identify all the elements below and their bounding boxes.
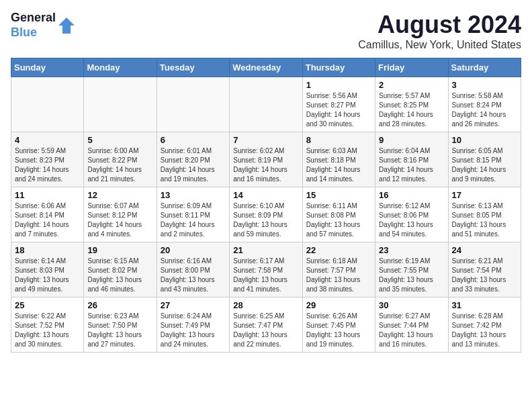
svg-marker-0: [58, 17, 75, 34]
day-info: Sunrise: 5:56 AM Sunset: 8:27 PM Dayligh…: [306, 91, 371, 129]
col-header-friday: Friday: [375, 58, 448, 77]
day-number: 2: [379, 80, 444, 90]
calendar-day: 2Sunrise: 5:57 AM Sunset: 8:25 PM Daylig…: [375, 77, 448, 132]
calendar-day: 6Sunrise: 6:01 AM Sunset: 8:20 PM Daylig…: [157, 132, 229, 187]
day-number: 18: [15, 245, 80, 255]
col-header-tuesday: Tuesday: [157, 58, 229, 77]
day-number: 20: [161, 245, 226, 255]
calendar-week-row: 25Sunrise: 6:22 AM Sunset: 7:52 PM Dayli…: [11, 298, 521, 353]
calendar-day: 21Sunrise: 6:17 AM Sunset: 7:58 PM Dayli…: [230, 242, 302, 298]
day-info: Sunrise: 6:10 AM Sunset: 8:09 PM Dayligh…: [233, 201, 298, 239]
calendar-day: 3Sunrise: 5:58 AM Sunset: 8:24 PM Daylig…: [448, 77, 521, 132]
day-number: 1: [306, 80, 371, 90]
calendar-week-row: 18Sunrise: 6:14 AM Sunset: 8:03 PM Dayli…: [11, 242, 521, 298]
day-info: Sunrise: 6:26 AM Sunset: 7:45 PM Dayligh…: [306, 312, 371, 349]
calendar-day: 16Sunrise: 6:12 AM Sunset: 8:06 PM Dayli…: [375, 187, 448, 242]
calendar-day: 18Sunrise: 6:14 AM Sunset: 8:03 PM Dayli…: [11, 242, 84, 298]
calendar-day: 13Sunrise: 6:09 AM Sunset: 8:11 PM Dayli…: [157, 187, 229, 242]
day-number: 16: [379, 190, 444, 200]
day-info: Sunrise: 6:07 AM Sunset: 8:12 PM Dayligh…: [87, 201, 152, 239]
day-number: 3: [452, 80, 517, 90]
calendar-week-row: 4Sunrise: 5:59 AM Sunset: 8:23 PM Daylig…: [11, 132, 521, 187]
day-info: Sunrise: 6:12 AM Sunset: 8:06 PM Dayligh…: [379, 201, 444, 239]
calendar-day: 14Sunrise: 6:10 AM Sunset: 8:09 PM Dayli…: [230, 187, 302, 242]
calendar-day: 7Sunrise: 6:02 AM Sunset: 8:19 PM Daylig…: [230, 132, 302, 187]
day-number: 28: [233, 300, 298, 310]
day-number: 9: [379, 135, 444, 145]
day-info: Sunrise: 6:11 AM Sunset: 8:08 PM Dayligh…: [306, 201, 371, 239]
calendar-day: 23Sunrise: 6:19 AM Sunset: 7:55 PM Dayli…: [375, 242, 448, 298]
logo-icon: [57, 16, 76, 35]
day-info: Sunrise: 6:09 AM Sunset: 8:11 PM Dayligh…: [161, 201, 226, 239]
calendar-day: 8Sunrise: 6:03 AM Sunset: 8:18 PM Daylig…: [302, 132, 375, 187]
day-info: Sunrise: 6:00 AM Sunset: 8:22 PM Dayligh…: [87, 146, 152, 184]
day-info: Sunrise: 6:04 AM Sunset: 8:16 PM Dayligh…: [379, 146, 444, 184]
day-number: 24: [452, 245, 517, 255]
day-info: Sunrise: 6:17 AM Sunset: 7:58 PM Dayligh…: [233, 257, 298, 294]
calendar-week-row: 11Sunrise: 6:06 AM Sunset: 8:14 PM Dayli…: [11, 187, 521, 242]
calendar-day: 12Sunrise: 6:07 AM Sunset: 8:12 PM Dayli…: [84, 187, 157, 242]
logo-text: GeneralBlue: [11, 11, 56, 40]
day-number: 5: [87, 135, 152, 145]
calendar-header-row: SundayMondayTuesdayWednesdayThursdayFrid…: [11, 58, 521, 77]
calendar-day: 30Sunrise: 6:27 AM Sunset: 7:44 PM Dayli…: [375, 298, 448, 353]
calendar-day: 10Sunrise: 6:05 AM Sunset: 8:15 PM Dayli…: [448, 132, 521, 187]
calendar-day: 9Sunrise: 6:04 AM Sunset: 8:16 PM Daylig…: [375, 132, 448, 187]
day-info: Sunrise: 6:22 AM Sunset: 7:52 PM Dayligh…: [15, 312, 80, 349]
calendar-day: 17Sunrise: 6:13 AM Sunset: 8:05 PM Dayli…: [448, 187, 521, 242]
day-number: 4: [15, 135, 80, 145]
calendar-day: 22Sunrise: 6:18 AM Sunset: 7:57 PM Dayli…: [302, 242, 375, 298]
calendar-day: 27Sunrise: 6:24 AM Sunset: 7:49 PM Dayli…: [157, 298, 229, 353]
calendar-day: 1Sunrise: 5:56 AM Sunset: 8:27 PM Daylig…: [302, 77, 375, 132]
day-number: 19: [87, 245, 152, 255]
calendar-day: 19Sunrise: 6:15 AM Sunset: 8:02 PM Dayli…: [84, 242, 157, 298]
day-info: Sunrise: 6:01 AM Sunset: 8:20 PM Dayligh…: [161, 146, 226, 184]
month-year: August 2024: [358, 11, 521, 39]
day-number: 21: [233, 245, 298, 255]
day-info: Sunrise: 6:23 AM Sunset: 7:50 PM Dayligh…: [87, 312, 152, 349]
day-number: 14: [233, 190, 298, 200]
day-number: 29: [306, 300, 371, 310]
day-info: Sunrise: 6:21 AM Sunset: 7:54 PM Dayligh…: [452, 257, 517, 294]
calendar-day: [230, 77, 302, 132]
page-header: GeneralBlue August 2024 Camillus, New Yo…: [11, 11, 521, 51]
day-info: Sunrise: 6:06 AM Sunset: 8:14 PM Dayligh…: [15, 201, 80, 239]
day-number: 6: [161, 135, 226, 145]
calendar-day: 11Sunrise: 6:06 AM Sunset: 8:14 PM Dayli…: [11, 187, 84, 242]
day-number: 10: [452, 135, 517, 145]
day-info: Sunrise: 6:13 AM Sunset: 8:05 PM Dayligh…: [452, 201, 517, 239]
day-number: 11: [15, 190, 80, 200]
day-number: 13: [161, 190, 226, 200]
day-info: Sunrise: 5:57 AM Sunset: 8:25 PM Dayligh…: [379, 91, 444, 129]
calendar-day: 26Sunrise: 6:23 AM Sunset: 7:50 PM Dayli…: [84, 298, 157, 353]
day-number: 30: [379, 300, 444, 310]
calendar-week-row: 1Sunrise: 5:56 AM Sunset: 8:27 PM Daylig…: [11, 77, 521, 132]
col-header-sunday: Sunday: [11, 58, 84, 77]
col-header-monday: Monday: [84, 58, 157, 77]
day-info: Sunrise: 6:16 AM Sunset: 8:00 PM Dayligh…: [161, 257, 226, 294]
day-info: Sunrise: 6:24 AM Sunset: 7:49 PM Dayligh…: [161, 312, 226, 349]
day-number: 12: [87, 190, 152, 200]
day-info: Sunrise: 5:59 AM Sunset: 8:23 PM Dayligh…: [15, 146, 80, 184]
calendar-day: [84, 77, 157, 132]
calendar-day: 5Sunrise: 6:00 AM Sunset: 8:22 PM Daylig…: [84, 132, 157, 187]
day-info: Sunrise: 6:19 AM Sunset: 7:55 PM Dayligh…: [379, 257, 444, 294]
calendar-table: SundayMondayTuesdayWednesdayThursdayFrid…: [11, 58, 521, 353]
day-number: 26: [87, 300, 152, 310]
day-info: Sunrise: 6:27 AM Sunset: 7:44 PM Dayligh…: [379, 312, 444, 349]
calendar-day: 31Sunrise: 6:28 AM Sunset: 7:42 PM Dayli…: [448, 298, 521, 353]
day-number: 27: [161, 300, 226, 310]
title-area: August 2024 Camillus, New York, United S…: [358, 11, 521, 51]
calendar-day: 29Sunrise: 6:26 AM Sunset: 7:45 PM Dayli…: [302, 298, 375, 353]
day-number: 17: [452, 190, 517, 200]
day-number: 15: [306, 190, 371, 200]
calendar-day: [157, 77, 229, 132]
location: Camillus, New York, United States: [358, 39, 521, 51]
calendar-day: 24Sunrise: 6:21 AM Sunset: 7:54 PM Dayli…: [448, 242, 521, 298]
day-info: Sunrise: 6:25 AM Sunset: 7:47 PM Dayligh…: [233, 312, 298, 349]
day-info: Sunrise: 6:15 AM Sunset: 8:02 PM Dayligh…: [87, 257, 152, 294]
day-info: Sunrise: 6:28 AM Sunset: 7:42 PM Dayligh…: [452, 312, 517, 349]
day-info: Sunrise: 5:58 AM Sunset: 8:24 PM Dayligh…: [452, 91, 517, 129]
day-info: Sunrise: 6:03 AM Sunset: 8:18 PM Dayligh…: [306, 146, 371, 184]
calendar-day: 28Sunrise: 6:25 AM Sunset: 7:47 PM Dayli…: [230, 298, 302, 353]
